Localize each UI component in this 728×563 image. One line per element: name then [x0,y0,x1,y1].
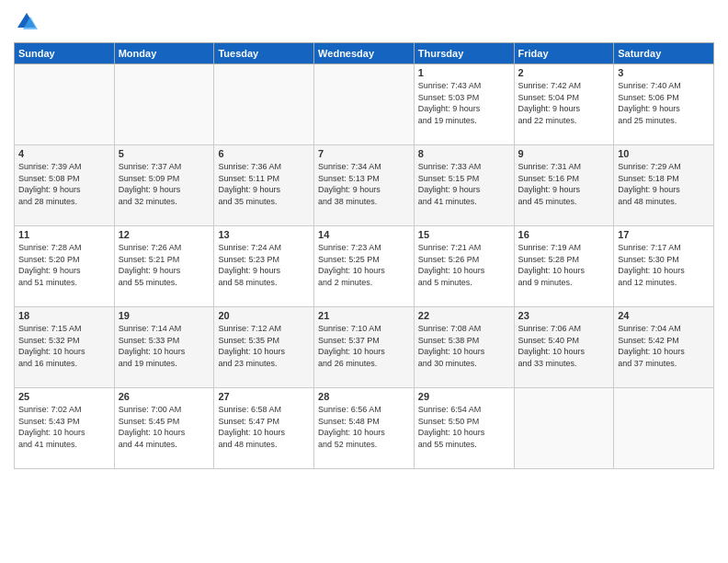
day-number: 18 [18,310,110,321]
logo-icon [14,9,40,35]
day-info: Sunrise: 7:24 AM Sunset: 5:23 PM Dayligh… [218,242,310,288]
calendar-cell: 22Sunrise: 7:08 AM Sunset: 5:38 PM Dayli… [414,307,514,388]
day-number: 7 [318,148,410,159]
calendar-cell: 2Sunrise: 7:42 AM Sunset: 5:04 PM Daylig… [514,64,614,145]
day-info: Sunrise: 7:40 AM Sunset: 5:06 PM Dayligh… [618,80,710,126]
day-number: 1 [418,67,510,78]
day-info: Sunrise: 7:15 AM Sunset: 5:32 PM Dayligh… [18,323,110,369]
calendar-cell: 21Sunrise: 7:10 AM Sunset: 5:37 PM Dayli… [314,307,415,388]
weekday-header: Wednesday [314,43,415,64]
day-number: 19 [119,310,210,321]
day-number: 13 [218,229,310,240]
day-number: 21 [318,310,410,321]
calendar-cell [214,64,314,145]
day-info: Sunrise: 7:21 AM Sunset: 5:26 PM Dayligh… [418,242,510,288]
calendar-cell: 18Sunrise: 7:15 AM Sunset: 5:32 PM Dayli… [15,307,115,388]
day-number: 26 [119,391,210,402]
calendar-cell: 29Sunrise: 6:54 AM Sunset: 5:50 PM Dayli… [414,388,514,469]
day-number: 25 [18,391,110,402]
day-number: 17 [618,229,710,240]
day-info: Sunrise: 6:56 AM Sunset: 5:48 PM Dayligh… [318,404,410,450]
day-number: 22 [418,310,510,321]
calendar-cell: 19Sunrise: 7:14 AM Sunset: 5:33 PM Dayli… [114,307,214,388]
day-info: Sunrise: 7:31 AM Sunset: 5:16 PM Dayligh… [518,161,610,207]
calendar-cell: 9Sunrise: 7:31 AM Sunset: 5:16 PM Daylig… [514,145,614,226]
calendar-cell [614,388,714,469]
calendar-table: SundayMondayTuesdayWednesdayThursdayFrid… [14,42,714,469]
day-number: 12 [119,229,210,240]
weekday-header: Friday [514,43,614,64]
logo [14,9,43,35]
day-info: Sunrise: 7:28 AM Sunset: 5:20 PM Dayligh… [18,242,110,288]
calendar-cell [314,64,415,145]
day-number: 24 [618,310,710,321]
day-number: 27 [218,391,310,402]
calendar-cell: 20Sunrise: 7:12 AM Sunset: 5:35 PM Dayli… [214,307,314,388]
day-number: 16 [518,229,610,240]
calendar-header: SundayMondayTuesdayWednesdayThursdayFrid… [15,43,714,64]
day-number: 2 [518,67,610,78]
calendar-cell: 25Sunrise: 7:02 AM Sunset: 5:43 PM Dayli… [15,388,115,469]
calendar-week-row: 11Sunrise: 7:28 AM Sunset: 5:20 PM Dayli… [15,226,714,307]
calendar-cell: 1Sunrise: 7:43 AM Sunset: 5:03 PM Daylig… [414,64,514,145]
calendar-cell: 28Sunrise: 6:56 AM Sunset: 5:48 PM Dayli… [314,388,415,469]
calendar-cell [114,64,214,145]
day-number: 10 [618,148,710,159]
day-number: 20 [218,310,310,321]
header [14,9,714,35]
calendar-cell: 12Sunrise: 7:26 AM Sunset: 5:21 PM Dayli… [114,226,214,307]
calendar-week-row: 1Sunrise: 7:43 AM Sunset: 5:03 PM Daylig… [15,64,714,145]
calendar-cell: 7Sunrise: 7:34 AM Sunset: 5:13 PM Daylig… [314,145,415,226]
calendar-week-row: 4Sunrise: 7:39 AM Sunset: 5:08 PM Daylig… [15,145,714,226]
day-info: Sunrise: 7:17 AM Sunset: 5:30 PM Dayligh… [618,242,710,288]
calendar-cell: 14Sunrise: 7:23 AM Sunset: 5:25 PM Dayli… [314,226,415,307]
day-number: 3 [618,67,710,78]
calendar-cell: 10Sunrise: 7:29 AM Sunset: 5:18 PM Dayli… [614,145,714,226]
weekday-header: Monday [114,43,214,64]
day-info: Sunrise: 7:43 AM Sunset: 5:03 PM Dayligh… [418,80,510,126]
day-info: Sunrise: 6:54 AM Sunset: 5:50 PM Dayligh… [418,404,510,450]
day-info: Sunrise: 7:29 AM Sunset: 5:18 PM Dayligh… [618,161,710,207]
header-row: SundayMondayTuesdayWednesdayThursdayFrid… [15,43,714,64]
day-number: 15 [418,229,510,240]
day-number: 8 [418,148,510,159]
weekday-header: Saturday [614,43,714,64]
calendar-cell [15,64,115,145]
day-number: 6 [218,148,310,159]
day-info: Sunrise: 7:12 AM Sunset: 5:35 PM Dayligh… [218,323,310,369]
day-info: Sunrise: 7:10 AM Sunset: 5:37 PM Dayligh… [318,323,410,369]
calendar-cell: 4Sunrise: 7:39 AM Sunset: 5:08 PM Daylig… [15,145,115,226]
calendar-week-row: 25Sunrise: 7:02 AM Sunset: 5:43 PM Dayli… [15,388,714,469]
calendar-cell: 15Sunrise: 7:21 AM Sunset: 5:26 PM Dayli… [414,226,514,307]
day-info: Sunrise: 7:08 AM Sunset: 5:38 PM Dayligh… [418,323,510,369]
calendar-cell: 6Sunrise: 7:36 AM Sunset: 5:11 PM Daylig… [214,145,314,226]
weekday-header: Sunday [15,43,115,64]
day-info: Sunrise: 7:23 AM Sunset: 5:25 PM Dayligh… [318,242,410,288]
day-info: Sunrise: 7:34 AM Sunset: 5:13 PM Dayligh… [318,161,410,207]
day-number: 4 [18,148,110,159]
day-info: Sunrise: 7:04 AM Sunset: 5:42 PM Dayligh… [618,323,710,369]
day-number: 23 [518,310,610,321]
day-info: Sunrise: 7:36 AM Sunset: 5:11 PM Dayligh… [218,161,310,207]
day-number: 14 [318,229,410,240]
calendar-cell: 3Sunrise: 7:40 AM Sunset: 5:06 PM Daylig… [614,64,714,145]
page: SundayMondayTuesdayWednesdayThursdayFrid… [0,0,728,563]
calendar-cell: 27Sunrise: 6:58 AM Sunset: 5:47 PM Dayli… [214,388,314,469]
day-number: 28 [318,391,410,402]
day-info: Sunrise: 6:58 AM Sunset: 5:47 PM Dayligh… [218,404,310,450]
day-info: Sunrise: 7:39 AM Sunset: 5:08 PM Dayligh… [18,161,110,207]
day-info: Sunrise: 7:02 AM Sunset: 5:43 PM Dayligh… [18,404,110,450]
calendar-body: 1Sunrise: 7:43 AM Sunset: 5:03 PM Daylig… [15,64,714,469]
calendar-cell [514,388,614,469]
calendar-cell: 26Sunrise: 7:00 AM Sunset: 5:45 PM Dayli… [114,388,214,469]
weekday-header: Tuesday [214,43,314,64]
day-number: 11 [18,229,110,240]
calendar-cell: 8Sunrise: 7:33 AM Sunset: 5:15 PM Daylig… [414,145,514,226]
day-info: Sunrise: 7:00 AM Sunset: 5:45 PM Dayligh… [119,404,210,450]
calendar-cell: 5Sunrise: 7:37 AM Sunset: 5:09 PM Daylig… [114,145,214,226]
day-info: Sunrise: 7:26 AM Sunset: 5:21 PM Dayligh… [119,242,210,288]
day-info: Sunrise: 7:06 AM Sunset: 5:40 PM Dayligh… [518,323,610,369]
calendar-cell: 24Sunrise: 7:04 AM Sunset: 5:42 PM Dayli… [614,307,714,388]
day-info: Sunrise: 7:19 AM Sunset: 5:28 PM Dayligh… [518,242,610,288]
day-info: Sunrise: 7:37 AM Sunset: 5:09 PM Dayligh… [119,161,210,207]
